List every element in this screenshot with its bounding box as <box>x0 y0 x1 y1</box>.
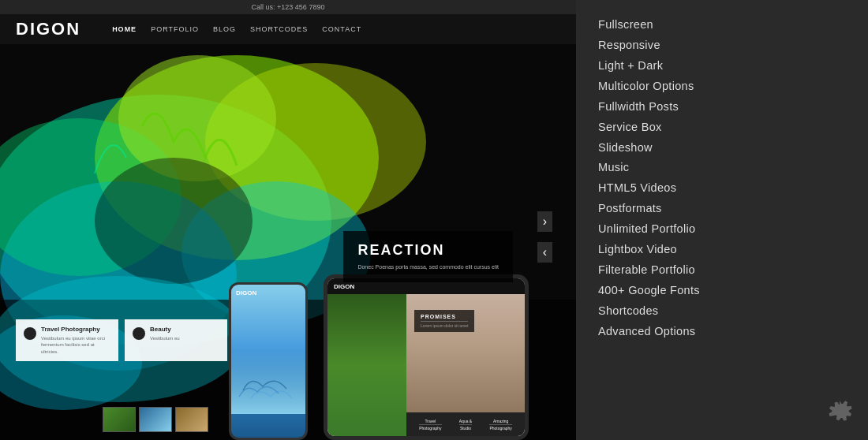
site-logo: DIGON <box>16 19 80 39</box>
feature-item-0: Fullscreen <box>598 16 846 35</box>
svg-point-8 <box>95 158 253 284</box>
nav-links: HOME PORTFOLIO BLOG SHORTCODES CONTACT <box>112 25 361 33</box>
tablet-menu-sub-1: Photography <box>419 426 441 431</box>
features-list: FullscreenResponsiveLight + DarkMulticol… <box>598 16 846 341</box>
card-title-2: Beauty <box>150 326 180 333</box>
card-text-2: Vestibulum eu <box>150 335 180 341</box>
next-arrow[interactable]: › <box>537 211 552 232</box>
tablet-bottom-bar: Travel Photography Aqua & Studio Amazing <box>406 412 525 436</box>
tablet-menu-2: Aqua & Studio <box>459 419 472 431</box>
feature-item-5: Service Box <box>598 118 846 137</box>
promises-divider <box>421 321 468 322</box>
promises-title: PROMISES <box>421 314 468 319</box>
thumbnail-3[interactable] <box>175 407 208 432</box>
feature-item-6: Slideshow <box>598 139 846 158</box>
thumb-strip <box>103 407 208 432</box>
tablet-menu-line-2 <box>459 424 472 425</box>
gear-icon <box>827 399 852 424</box>
card-dot-1 <box>24 327 36 340</box>
portfolio-card-1: Travel Photography Vestibulum eu ipsum v… <box>16 319 118 361</box>
feature-item-4: Fullwidth Posts <box>598 98 846 117</box>
top-bar-text: Call us: +123 456 7890 <box>252 3 325 11</box>
promises-text: Lorem ipsum dolor sit amet <box>421 323 468 328</box>
feature-item-14: Shortcodes <box>598 302 846 321</box>
phone-logo: DIGON <box>236 289 256 296</box>
tablet-menu-label-3: Amazing <box>489 419 511 423</box>
feature-item-3: Multicolor Options <box>598 77 846 96</box>
feature-item-1: Responsive <box>598 36 846 55</box>
features-panel: FullscreenResponsiveLight + DarkMulticol… <box>576 0 868 440</box>
tablet-menu-sub-3: Photography <box>489 426 511 431</box>
tablet-menu-label-1: Travel <box>419 419 441 423</box>
tablet-logo: DIGON <box>334 283 354 290</box>
tablet-screen: DIGON PROMISES Lorem ipsum dolor sit ame… <box>327 278 525 436</box>
feature-item-10: Unlimited Portfolio <box>598 220 846 239</box>
feature-item-8: HTML5 Videos <box>598 179 846 198</box>
feature-item-13: 400+ Google Fonts <box>598 282 846 300</box>
promises-box: PROMISES Lorem ipsum dolor sit amet <box>414 310 474 332</box>
feature-item-15: Advanced Options <box>598 323 846 341</box>
tablet-menu-1: Travel Photography <box>419 419 441 431</box>
nav-blog[interactable]: BLOG <box>213 25 236 33</box>
tablet-right-content: PROMISES Lorem ipsum dolor sit amet Trav… <box>406 294 525 436</box>
nav-contact[interactable]: CONTACT <box>322 25 361 33</box>
nav-shortcodes[interactable]: SHORTCODES <box>250 25 308 33</box>
preview-panel: Call us: +123 456 7890 DIGON HOME PORTFO… <box>0 0 576 440</box>
gear-icon-container <box>827 399 852 427</box>
thumbnail-1[interactable] <box>103 407 136 432</box>
thumbnail-2[interactable] <box>139 407 172 432</box>
portfolio-card-2: Beauty Vestibulum eu <box>125 319 227 361</box>
card-text-1: Vestibulum eu ipsum vitae orcifermentum … <box>41 335 110 355</box>
feature-item-2: Light + Dark <box>598 57 846 76</box>
tablet-menu-line-1 <box>419 424 441 425</box>
feature-item-12: Filterable Portfolio <box>598 261 846 280</box>
tablet-menu-sub-2: Studio <box>459 426 472 431</box>
nav-bar: DIGON HOME PORTFOLIO BLOG SHORTCODES CON… <box>0 14 576 44</box>
card-dot-2 <box>133 327 145 340</box>
nav-home[interactable]: HOME <box>112 25 137 33</box>
tablet-left-image <box>327 294 406 436</box>
tablet-menu-3: Amazing Photography <box>489 419 511 431</box>
tablet-device: DIGON PROMISES Lorem ipsum dolor sit ame… <box>324 274 529 440</box>
feature-item-9: Postformats <box>598 199 846 218</box>
card-title-1: Travel Photography <box>41 326 110 333</box>
tablet-menu-line-3 <box>489 424 511 425</box>
feature-item-7: Music <box>598 158 846 177</box>
prev-arrow[interactable]: ‹ <box>537 242 552 263</box>
feature-item-11: Lightbox Video <box>598 241 846 259</box>
reaction-desc: Donec Poenas porta massa, sed commodo el… <box>357 263 499 272</box>
tablet-content: PROMISES Lorem ipsum dolor sit amet Trav… <box>327 294 525 436</box>
reaction-title: REACTION <box>357 242 499 259</box>
top-bar: Call us: +123 456 7890 <box>0 0 576 14</box>
portfolio-cards: Travel Photography Vestibulum eu ipsum v… <box>16 319 227 361</box>
phone-screen: DIGON <box>231 285 305 438</box>
reaction-box: REACTION Donec Poenas porta massa, sed c… <box>343 231 513 283</box>
phone-device: DIGON <box>229 282 308 440</box>
tablet-menu-label-2: Aqua & <box>459 419 472 423</box>
nav-portfolio[interactable]: PORTFOLIO <box>151 25 199 33</box>
